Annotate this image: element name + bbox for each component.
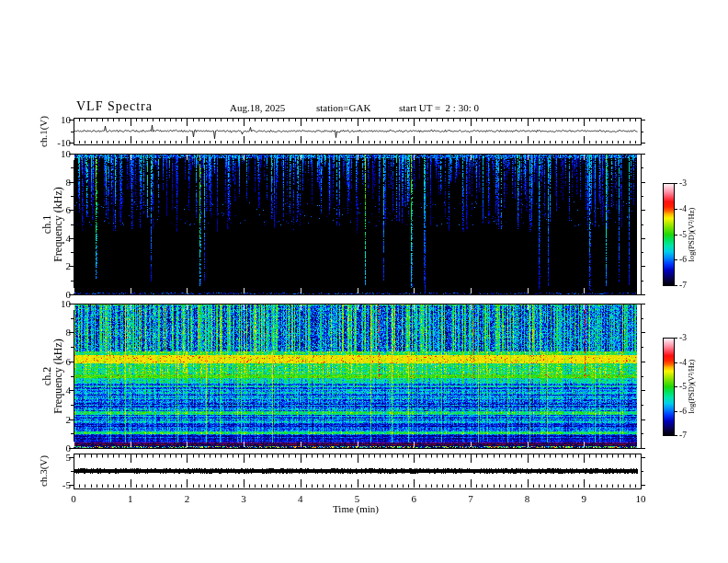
- ch2-spectrogram-panel: [74, 304, 641, 448]
- sp1-ytick: 10: [37, 148, 71, 159]
- ch1-frequency-axis-label: Frequency (kHz): [51, 187, 65, 262]
- sp1-ytick: 6: [37, 204, 71, 215]
- ch1-voltage-panel: [74, 118, 641, 144]
- sp1-ytick: 2: [37, 260, 71, 271]
- ch3-voltage-panel: [74, 454, 641, 488]
- colorbar-tick-label: -6: [679, 407, 701, 417]
- x-tick-label: 1: [117, 493, 144, 504]
- station-label: station=GAK: [316, 102, 370, 113]
- colorbar-tick-label: -4: [679, 358, 701, 368]
- date-label: Aug.18, 2025: [230, 102, 285, 113]
- sp1-ytick: 8: [37, 177, 71, 188]
- time-axis-label: Time (min): [333, 503, 379, 514]
- ch1-spectrogram-panel: [74, 154, 641, 294]
- figure-title: VLF Spectra: [76, 99, 153, 114]
- x-tick-label: 9: [570, 493, 597, 504]
- vlf-spectra-figure: VLF Spectra Aug.18, 2025 station=GAK sta…: [0, 0, 728, 563]
- sp2-ytick: 8: [37, 327, 71, 338]
- x-tick-label: 10: [627, 493, 654, 504]
- sp1-ytick: 0: [37, 289, 71, 300]
- colorbar-tick-label: -6: [679, 255, 701, 265]
- sp2-ytick: 6: [37, 356, 71, 367]
- x-tick-label: 0: [60, 493, 87, 504]
- x-tick-label: 5: [344, 493, 371, 504]
- sp2-ytick: 2: [37, 414, 71, 425]
- colorbar-tick-label: -3: [679, 333, 701, 343]
- x-tick-label: 7: [457, 493, 484, 504]
- colorbar-ch2: [663, 338, 674, 435]
- colorbar-tick-label: -7: [679, 281, 701, 291]
- x-tick-label: 6: [400, 493, 427, 504]
- ch2-frequency-axis-label: Frequency (kHz): [51, 339, 65, 414]
- ch3v-ytick: 5: [37, 452, 71, 463]
- ch1v-ytick: 10: [37, 114, 71, 125]
- colorbar-tick-label: -5: [679, 230, 701, 240]
- colorbar-tick-label: -4: [679, 204, 701, 214]
- ch1v-ytick: -10: [37, 137, 71, 148]
- x-tick-label: 3: [230, 493, 257, 504]
- start-ut-label: start UT = 2 : 30: 0: [399, 102, 479, 113]
- colorbar-tick-label: -7: [679, 431, 701, 441]
- sp1-ytick: 4: [37, 233, 71, 244]
- colorbar-tick-label: -5: [679, 382, 701, 392]
- x-tick-label: 8: [514, 493, 541, 504]
- colorbar-tick-label: -3: [679, 178, 701, 189]
- sp2-ytick: 4: [37, 385, 71, 396]
- x-tick-label: 2: [173, 493, 200, 504]
- ch3v-ytick: -5: [37, 479, 71, 490]
- colorbar-ch1: [663, 183, 674, 285]
- x-tick-label: 4: [287, 493, 314, 504]
